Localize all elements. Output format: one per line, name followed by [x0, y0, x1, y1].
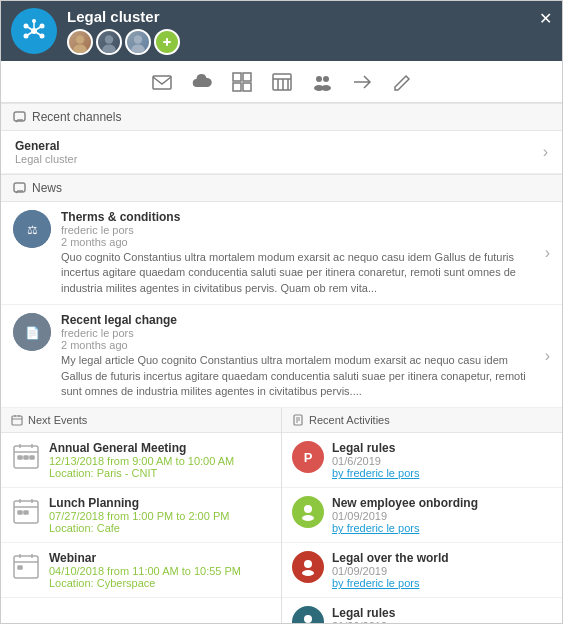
svg-rect-43: [18, 566, 22, 569]
event-item-2[interactable]: Lunch Planning 07/27/2018 from 1:00 PM t…: [1, 488, 281, 543]
news-content-1: Therms & conditions frederic le pors 2 m…: [61, 210, 535, 296]
news-thumb-1: ⚖: [13, 210, 51, 248]
header-info: Legal cluster: [67, 8, 180, 55]
news-text-2: My legal article Quo cognito Constantius…: [61, 353, 535, 399]
svg-point-11: [76, 35, 84, 43]
event-item-3[interactable]: Webinar 04/10/2018 from 11:00 AM to 10:5…: [1, 543, 281, 598]
news-thumb-2: 📄: [13, 313, 51, 351]
channel-title: General: [15, 139, 77, 153]
event-location-3: Location: Cyberspace: [49, 577, 241, 589]
news-item-2[interactable]: 📄 Recent legal change frederic le pors 2…: [1, 305, 562, 408]
svg-point-15: [134, 35, 142, 43]
svg-point-13: [105, 35, 113, 43]
activities-panel-header: Recent Activities: [282, 408, 562, 433]
activity-author-3[interactable]: by frederic le pors: [332, 577, 552, 589]
news-title-2: Recent legal change: [61, 313, 535, 327]
news-chevron-2: ›: [545, 347, 550, 365]
event-calendar-icon-3: [11, 551, 41, 581]
avatar-2[interactable]: [96, 29, 122, 55]
activity-icon-2: [292, 496, 324, 528]
avatar-1[interactable]: [67, 29, 93, 55]
news-chevron-1: ›: [545, 244, 550, 262]
news-icon: [13, 182, 26, 195]
mail-icon[interactable]: [151, 71, 173, 93]
news-text-1: Quo cognito Constantius ultra mortalem m…: [61, 250, 535, 296]
channel-general[interactable]: General Legal cluster ›: [1, 131, 562, 174]
svg-rect-21: [233, 83, 241, 91]
activity-icon-4: [292, 606, 324, 623]
event-dates-2: 07/27/2018 from 1:00 PM to 2:00 PM: [49, 510, 229, 522]
activity-content-1: Legal rules 01/6/2019 by frederic le por…: [332, 441, 552, 479]
svg-rect-20: [243, 73, 251, 81]
event-dates-3: 04/10/2018 from 11:00 AM to 10:55 PM: [49, 565, 241, 577]
news-content-2: Recent legal change frederic le pors 2 m…: [61, 313, 535, 399]
svg-point-12: [73, 44, 87, 54]
channel-subtitle: Legal cluster: [15, 153, 77, 165]
events-panel: Next Events Annual General Meeting 12/13…: [1, 408, 282, 623]
event-title-2: Lunch Planning: [49, 496, 229, 510]
svg-point-48: [302, 570, 314, 576]
recent-channels-header: Recent channels: [1, 103, 562, 131]
activity-item-3[interactable]: Legal over the world 01/09/2019 by frede…: [282, 543, 562, 598]
svg-point-45: [304, 505, 312, 513]
news-item-1[interactable]: ⚖ Therms & conditions frederic le pors 2…: [1, 202, 562, 305]
svg-rect-22: [243, 83, 251, 91]
activity-item-1[interactable]: P Legal rules 01/6/2019 by frederic le p…: [282, 433, 562, 488]
activity-item-2[interactable]: New employee onbording 01/09/2019 by fre…: [282, 488, 562, 543]
event-calendar-icon-2: [11, 496, 41, 526]
forward-icon[interactable]: [351, 71, 373, 93]
event-location-2: Location: Cafe: [49, 522, 229, 534]
event-title-1: Annual General Meeting: [49, 441, 234, 455]
events-label: Next Events: [28, 414, 87, 426]
news-author-2: frederic le pors: [61, 327, 535, 339]
avatar-3[interactable]: [125, 29, 151, 55]
activity-content-3: Legal over the world 01/09/2019 by frede…: [332, 551, 552, 589]
activity-title-3: Legal over the world: [332, 551, 552, 565]
activity-author-2[interactable]: by frederic le pors: [332, 522, 552, 534]
activity-content-4: Legal rules 01/09/2019 by frederic le po…: [332, 606, 552, 623]
svg-point-16: [131, 44, 145, 54]
news-label: News: [32, 181, 62, 195]
calendar-icon: [11, 414, 23, 426]
add-member-button[interactable]: [154, 29, 180, 55]
svg-point-27: [321, 85, 331, 91]
activity-title-1: Legal rules: [332, 441, 552, 455]
cloud-icon[interactable]: [191, 71, 213, 93]
channel-chevron: ›: [543, 143, 548, 161]
avatars-row: [67, 29, 180, 55]
activity-title-4: Legal rules: [332, 606, 552, 620]
svg-rect-19: [233, 73, 241, 81]
people-icon[interactable]: [311, 71, 333, 93]
event-item-1[interactable]: Annual General Meeting 12/13/2018 from 9…: [1, 433, 281, 488]
group-name: Legal cluster: [67, 8, 180, 25]
svg-rect-38: [30, 456, 34, 459]
main-window: Legal cluster ✕: [0, 0, 563, 624]
activity-content-2: New employee onbording 01/09/2019 by fre…: [332, 496, 552, 534]
svg-point-49: [304, 615, 312, 623]
svg-point-24: [316, 76, 322, 82]
activity-icon-3: [292, 551, 324, 583]
svg-rect-37: [24, 456, 28, 459]
spreadsheet-icon[interactable]: [271, 71, 293, 93]
event-location-1: Location: Paris - CNIT: [49, 467, 234, 479]
news-title-1: Therms & conditions: [61, 210, 535, 224]
activity-icon-1: P: [292, 441, 324, 473]
logo: [11, 8, 57, 54]
chat-icon: [13, 111, 26, 124]
edit-icon[interactable]: [391, 71, 413, 93]
svg-rect-36: [18, 456, 22, 459]
bottom-panels: Next Events Annual General Meeting 12/13…: [1, 408, 562, 623]
toolbar: [1, 61, 562, 103]
events-panel-header: Next Events: [1, 408, 281, 433]
event-calendar-icon-1: [11, 441, 41, 471]
activity-date-2: 01/09/2019: [332, 510, 552, 522]
activity-item-4[interactable]: Legal rules 01/09/2019 by frederic le po…: [282, 598, 562, 623]
svg-rect-18: [153, 76, 171, 89]
activity-date-1: 01/6/2019: [332, 455, 552, 467]
close-button[interactable]: ✕: [539, 9, 552, 28]
svg-rect-41: [24, 511, 28, 514]
activity-title-2: New employee onbording: [332, 496, 552, 510]
activity-author-1[interactable]: by frederic le pors: [332, 467, 552, 479]
grid-icon[interactable]: [231, 71, 253, 93]
doc-icon: [292, 414, 304, 426]
